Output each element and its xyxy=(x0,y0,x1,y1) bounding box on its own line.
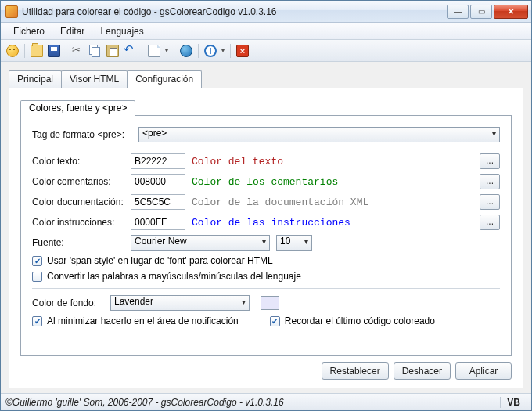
client-area: Principal Visor HTML Configuración Color… xyxy=(1,62,531,393)
face-icon[interactable] xyxy=(5,44,20,58)
color-documentacion-input[interactable] xyxy=(131,194,185,210)
tag-formato-label: Tag de formato <pre>: xyxy=(32,129,132,140)
color-instrucciones-picker-button[interactable]: ... xyxy=(480,215,500,230)
color-texto-preview: Color del texto xyxy=(192,156,283,168)
color-instrucciones-input[interactable] xyxy=(131,215,185,230)
chk-tray-label: Al minimizar hacerlo en el área de notif… xyxy=(47,315,239,326)
info-icon[interactable]: i xyxy=(203,44,217,58)
tab-body: Colores, fuente y <pre> Tag de formato <… xyxy=(9,88,523,388)
close-button[interactable]: ✕ xyxy=(494,5,528,19)
color-documentacion-preview: Color de la documentación XML xyxy=(192,196,368,208)
color-texto-picker-button[interactable]: ... xyxy=(480,153,500,169)
info-dropdown-icon[interactable]: ▾ xyxy=(221,47,225,54)
menu-lenguajes[interactable]: Lenguajes xyxy=(94,24,149,38)
row-color-texto: Color texto: Color del texto ... xyxy=(32,153,500,169)
row-color-fondo: Color de fondo: Lavender xyxy=(32,295,500,311)
color-instrucciones-label: Color instrucciones: xyxy=(32,217,124,228)
row-tag-formato: Tag de formato <pre>: <pre> xyxy=(32,127,500,142)
tab-principal[interactable]: Principal xyxy=(9,70,62,88)
separator xyxy=(198,44,199,58)
chk-remember-code[interactable]: ✔ Recordar el último código coloreado xyxy=(270,315,435,326)
tag-formato-select[interactable]: <pre> xyxy=(138,127,500,142)
tab-configuracion[interactable]: Configuración xyxy=(127,70,202,88)
row-chk-case: Convertir las palabras a mayúsculas/minú… xyxy=(32,271,500,282)
row-color-comentarios: Color comentarios: Color de los comentar… xyxy=(32,174,500,189)
exit-icon[interactable]: × xyxy=(235,44,250,58)
row-chk-span: ✔ Usar 'span style' en lugar de 'font' p… xyxy=(32,255,500,266)
inner-tabs: Colores, fuente y <pre> xyxy=(20,99,512,115)
status-language: VB xyxy=(500,397,527,408)
color-comentarios-picker-button[interactable]: ... xyxy=(480,174,500,189)
main-tabs: Principal Visor HTML Configuración xyxy=(9,70,523,88)
dialog-buttons: Restablecer Deshacer Aplicar xyxy=(20,356,512,380)
separator xyxy=(24,44,25,58)
row-fuente: Fuente: Courier New 10 xyxy=(32,235,500,251)
save-icon[interactable] xyxy=(47,44,61,58)
globe-icon[interactable] xyxy=(179,44,193,58)
fuente-value: Courier New xyxy=(135,236,187,247)
chk-minimize-tray[interactable]: ✔ Al minimizar hacerlo en el área de not… xyxy=(32,315,239,326)
cut-icon[interactable]: ✂ xyxy=(71,44,85,58)
app-icon xyxy=(5,5,18,18)
separator xyxy=(230,44,231,58)
color-fondo-select[interactable]: Lavender xyxy=(110,295,250,311)
chk-span-label: Usar 'span style' en lugar de 'font' par… xyxy=(47,255,273,266)
color-documentacion-picker-button[interactable]: ... xyxy=(480,194,500,210)
separator xyxy=(66,44,66,58)
toolbar: ✂ ↶ ▾ i ▾ × xyxy=(1,40,531,62)
page-icon[interactable] xyxy=(147,44,161,58)
open-icon[interactable] xyxy=(30,44,44,58)
chk-remember-label: Recordar el último código coloreado xyxy=(285,315,435,326)
status-text: ©Guillermo 'guille' Som, 2006-2007 - gsC… xyxy=(5,397,500,408)
fuente-select[interactable]: Courier New xyxy=(131,235,270,251)
titlebar[interactable]: Utilidad para colorear el código - gsCol… xyxy=(1,1,531,23)
inner-tab-colores[interactable]: Colores, fuente y <pre> xyxy=(20,100,135,116)
row-color-documentacion: Color documentación: Color de la documen… xyxy=(32,194,500,210)
checkbox-icon: ✔ xyxy=(32,256,42,266)
paste-icon[interactable] xyxy=(106,44,120,58)
color-fondo-value: Lavender xyxy=(114,296,153,307)
font-size-select[interactable]: 10 xyxy=(276,235,312,251)
statusbar: ©Guillermo 'guille' Som, 2006-2007 - gsC… xyxy=(1,393,531,410)
row-color-instrucciones: Color instrucciones: Color de las instru… xyxy=(32,215,500,230)
color-fondo-swatch xyxy=(261,296,279,310)
checkbox-icon xyxy=(32,272,42,282)
divider xyxy=(32,288,500,289)
tag-formato-value: <pre> xyxy=(142,128,167,139)
row-bottom-checks: ✔ Al minimizar hacerlo en el área de not… xyxy=(32,315,500,326)
window-controls: — ▭ ✕ xyxy=(445,5,528,19)
checkbox-icon: ✔ xyxy=(32,316,42,326)
menu-fichero[interactable]: Fichero xyxy=(7,24,51,38)
config-panel: Tag de formato <pre>: <pre> Color texto:… xyxy=(20,115,512,356)
color-instrucciones-preview: Color de las instrucciones xyxy=(192,217,350,229)
app-window: Utilidad para colorear el código - gsCol… xyxy=(0,0,532,411)
color-texto-input[interactable] xyxy=(131,153,185,169)
color-comentarios-preview: Color de los comentarios xyxy=(192,176,338,188)
page-dropdown-icon[interactable]: ▾ xyxy=(164,47,169,54)
color-documentacion-label: Color documentación: xyxy=(32,196,124,207)
window-title: Utilidad para colorear el código - gsCol… xyxy=(22,6,445,17)
copy-icon[interactable] xyxy=(88,44,102,58)
chk-convert-case[interactable]: Convertir las palabras a mayúsculas/minú… xyxy=(32,271,301,282)
chk-span-style[interactable]: ✔ Usar 'span style' en lugar de 'font' p… xyxy=(32,255,273,266)
minimize-button[interactable]: — xyxy=(447,5,469,19)
separator xyxy=(174,44,174,58)
font-size-value: 10 xyxy=(280,236,290,247)
separator xyxy=(142,44,142,58)
undo-button[interactable]: Deshacer xyxy=(394,362,451,380)
color-comentarios-label: Color comentarios: xyxy=(32,176,124,187)
color-fondo-label: Color de fondo: xyxy=(32,297,104,308)
tab-visor-html[interactable]: Visor HTML xyxy=(61,70,128,88)
chk-case-label: Convertir las palabras a mayúsculas/minú… xyxy=(47,271,301,282)
color-comentarios-input[interactable] xyxy=(131,174,185,189)
apply-button[interactable]: Aplicar xyxy=(455,362,512,380)
undo-icon[interactable]: ↶ xyxy=(123,44,137,58)
color-texto-label: Color texto: xyxy=(32,156,124,167)
menu-editar[interactable]: Editar xyxy=(54,24,91,38)
checkbox-icon: ✔ xyxy=(270,316,280,326)
menubar: Fichero Editar Lenguajes xyxy=(1,23,531,40)
fuente-label: Fuente: xyxy=(32,237,124,248)
maximize-button[interactable]: ▭ xyxy=(470,5,492,19)
reset-button[interactable]: Restablecer xyxy=(322,362,389,380)
